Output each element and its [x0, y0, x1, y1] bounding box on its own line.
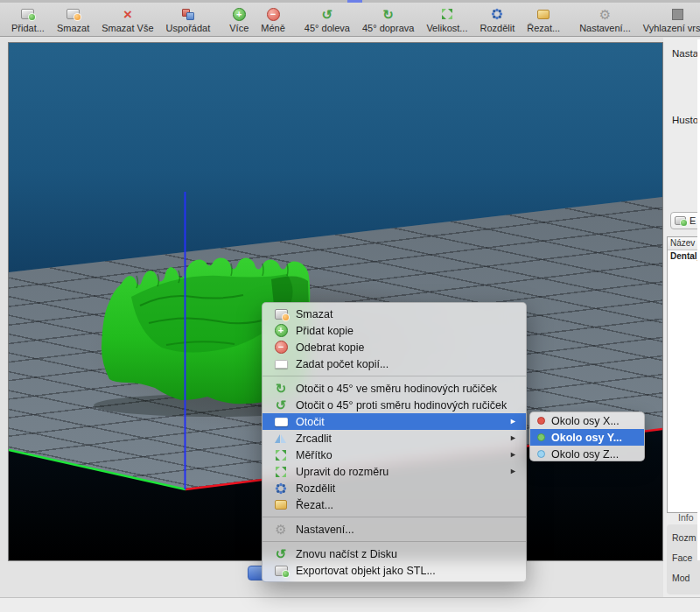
split-dots-icon [489, 7, 505, 21]
cube-plus-icon [20, 7, 36, 21]
menu-separator [262, 541, 526, 542]
axis-z-dot-icon [537, 450, 545, 458]
scale-arrows-icon [439, 7, 455, 21]
menu-item-zadat-pocet-kopii[interactable]: Zadat počet kopií... [262, 355, 526, 372]
cube-minus-icon [273, 307, 289, 321]
settings-label: Nastav [672, 48, 700, 59]
toolbar-velikost[interactable]: Velikost... [420, 4, 473, 33]
export-object-button-label: E [690, 215, 696, 226]
toolbar-vice[interactable]: Více [223, 4, 255, 33]
mirror-icon [273, 432, 289, 446]
menu-item-label: Otočit [296, 416, 325, 428]
menu-item-nastaveni[interactable]: ⚙ Nastavení... [262, 521, 526, 538]
submenu-arrow-icon: ► [509, 468, 517, 475]
gear-icon: ⚙ [273, 523, 289, 537]
cut-box-icon [536, 7, 551, 21]
menu-item-meritko[interactable]: Měřítko ► [262, 447, 526, 463]
menu-item-otocit-45-ccw[interactable]: ↺ Otočit o 45° proti směru hodinových ru… [262, 397, 526, 413]
toolbar-label: Uspořádat [166, 23, 211, 33]
menu-item-label: Měřítko [296, 449, 332, 461]
scale-arrows-icon [273, 448, 289, 462]
toolbar-nastaveni[interactable]: ⚙ Nastavení... [573, 4, 637, 33]
white-rect-icon [273, 357, 289, 371]
toolbar-label: Vyhlazení vrstev [643, 23, 700, 33]
menu-item-pridat-kopie[interactable]: Přidat kopie [262, 322, 526, 339]
arrange-cubes-icon [180, 7, 196, 21]
menu-item-label: Otočit o 45° ve směru hodinových ručiček [296, 383, 497, 395]
toolbar-mene[interactable]: Méně [255, 4, 291, 33]
toolbar-smazat-vse[interactable]: × Smazat Vše [95, 4, 159, 33]
toolbar-label: Řezat... [527, 23, 560, 33]
cube-export-icon [675, 216, 686, 225]
scale-arrows-icon [273, 465, 289, 479]
menu-item-label: Řezat... [296, 499, 333, 511]
info-title: Info [678, 512, 694, 523]
menu-item-label: Smazat [296, 308, 332, 320]
menu-item-smazat[interactable]: Smazat [262, 306, 526, 322]
menu-item-odebrat-kopie[interactable]: Odebrat kopie [262, 339, 526, 355]
menu-item-label: Otočit o 45° proti směru hodinových ruči… [296, 399, 507, 412]
menu-item-label: Přidat kopie [296, 325, 354, 337]
menu-item-upravit-do-rozmeru[interactable]: Upravit do rozměru ► [262, 463, 526, 480]
toolbar-45-doleva[interactable]: ↺ 45° doleva [298, 4, 356, 33]
submenu-arrow-icon: ► [509, 434, 517, 442]
menu-item-zrcadlit[interactable]: Zrcadlit ► [262, 430, 526, 447]
submenu-item-label: Okolo osy Z... [551, 448, 619, 461]
menu-item-otocit-45-cw[interactable]: ↻ Otočit o 45° ve směru hodinových ručič… [262, 380, 526, 397]
minus-circle-icon [273, 341, 289, 355]
red-x-icon: × [120, 7, 136, 21]
submenu-item-okolo-osy-x[interactable]: Okolo osy X... [530, 412, 644, 429]
submenu-arrow-icon: ► [509, 418, 517, 426]
settings-panel: Nastav Husto E Název Dental_ Info Rozm F… [663, 38, 700, 597]
context-menu: Smazat Přidat kopie Odebrat kopie Zadat … [262, 302, 527, 582]
toolbar-usporadat[interactable]: Uspořádat [160, 4, 217, 33]
white-rect-icon [273, 415, 289, 429]
submenu-item-okolo-osy-z[interactable]: Okolo osy Z... [530, 446, 644, 461]
object-list[interactable]: Název Dental_ [667, 236, 698, 513]
menu-item-label: Zadat počet kopií... [296, 358, 388, 370]
menu-item-label: Rozdělit [296, 482, 335, 495]
toolbar-smazat[interactable]: Smazat [51, 4, 95, 33]
toolbar-rezat[interactable]: Řezat... [521, 4, 566, 33]
toolbar-label: Smazat [57, 23, 89, 33]
toolbar-pridat[interactable]: Přidat... [5, 4, 51, 33]
split-dots-icon [273, 482, 289, 496]
submenu-item-okolo-osy-y[interactable]: Okolo osy Y... [530, 429, 644, 446]
menu-item-label: Upravit do rozměru [296, 466, 388, 478]
toolbar-45-doprava[interactable]: ↻ 45° doprava [356, 4, 420, 33]
rotate-ccw-icon: ↺ [273, 398, 289, 412]
menu-item-exportovat-stl[interactable]: Exportovat objekt jako STL... [262, 562, 526, 579]
minus-circle-icon [265, 7, 281, 21]
menu-item-otocit[interactable]: Otočit ► [262, 413, 526, 430]
toolbar-label: Smazat Vše [102, 23, 153, 33]
menu-separator [262, 517, 526, 517]
toolbar-rozdelit[interactable]: Rozdělit [473, 4, 521, 33]
object-list-row[interactable]: Dental_ [668, 250, 697, 262]
axis-x-dot-icon [537, 417, 545, 425]
toolbar-label: Velikost... [426, 23, 467, 33]
menu-item-label: Odebrat kopie [296, 341, 365, 354]
menu-item-znovu-nacist[interactable]: ↺ Znovu načíst z Disku [262, 545, 526, 562]
layers-square-icon [670, 7, 686, 21]
gear-icon: ⚙ [597, 7, 612, 21]
export-object-button[interactable]: E [670, 212, 700, 229]
toolbar-vyhlazeni-vrstev[interactable]: Vyhlazení vrstev [637, 4, 700, 33]
submenu-item-label: Okolo osy X... [551, 415, 620, 427]
info-row-facets: Face [672, 548, 700, 568]
menu-item-label: Nastavení... [296, 524, 354, 536]
toolbar-label: 45° doleva [304, 23, 350, 33]
info-row-model: Mod [672, 568, 700, 588]
rotate-ccw-icon: ↺ [319, 7, 335, 21]
toolbar: Přidat... Smazat × Smazat Vše Uspořádat … [0, 3, 700, 37]
rotate-cw-icon: ↻ [381, 7, 396, 21]
menu-item-label: Zrcadlit [296, 433, 332, 445]
menu-item-rozdelit[interactable]: Rozdělit [262, 480, 526, 496]
app-window: Přidat... Smazat × Smazat Vše Uspořádat … [0, 0, 700, 612]
cube-export-icon [273, 564, 289, 578]
menu-separator [262, 376, 526, 376]
rotate-submenu: Okolo osy X... Okolo osy Y... Okolo osy … [529, 412, 645, 461]
toolbar-label: Rozdělit [480, 23, 514, 33]
toolbar-label: Nastavení... [579, 23, 631, 33]
rotate-cw-icon: ↻ [273, 382, 289, 396]
menu-item-rezat[interactable]: Řezat... [262, 496, 526, 513]
